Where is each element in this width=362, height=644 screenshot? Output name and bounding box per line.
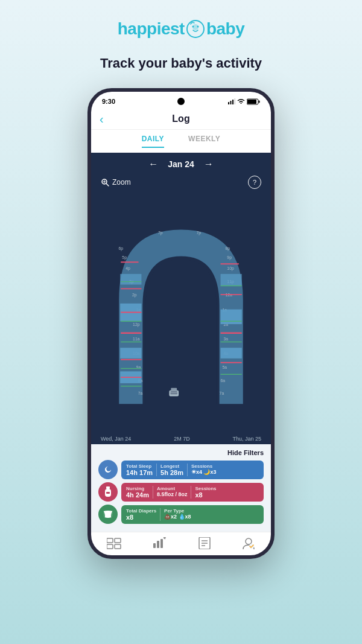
sleep-sessions-cell: Sessions ☀x4 🌙x3 [191, 464, 217, 476]
sleep-total-cell: Total Sleep 14h 17m [126, 464, 153, 476]
diaper-icon [103, 510, 113, 518]
svg-text:4p: 4p [125, 266, 130, 271]
front-camera [177, 98, 185, 105]
svg-rect-78 [153, 543, 156, 548]
nursing-amount-cell: Amount 8.5floz / 8oz [157, 486, 188, 499]
help-button[interactable]: ? [248, 176, 261, 189]
svg-rect-79 [157, 541, 159, 548]
label-center: 2M 7D [174, 436, 190, 442]
label-right: Thu, Jan 25 [232, 436, 261, 442]
svg-rect-47 [221, 274, 242, 286]
sleep-pill[interactable]: Total Sleep 14h 17m Longest 5h 28m Sessi… [121, 461, 264, 479]
diapers-pill[interactable]: Total Diapers x8 Per Type 💩x2 💧x8 [121, 505, 264, 524]
zoom-bar: Zoom ? [91, 176, 271, 191]
svg-point-3 [197, 26, 198, 28]
svg-text:8p: 8p [225, 246, 230, 251]
battery-icon [247, 98, 260, 105]
svg-text:7a: 7a [138, 392, 143, 396]
label-left: Wed, Jan 24 [101, 436, 131, 442]
nursing-total-cell: Nursing 4h 24m [126, 486, 149, 499]
svg-rect-77 [115, 544, 121, 549]
svg-rect-41 [120, 348, 141, 359]
svg-rect-73 [106, 492, 110, 494]
diapers-total-cell: Total Diapers x8 [126, 508, 156, 521]
main-content: ← Jan 24 → Zoom ? [91, 153, 271, 444]
next-date-button[interactable]: → [204, 159, 214, 170]
arch-bottom-labels: Wed, Jan 24 2M 7D Thu, Jan 25 [91, 433, 271, 444]
svg-rect-75 [107, 544, 113, 549]
logo-text-left: happiest [118, 19, 185, 39]
arch-chart: 7a 8a 9a 10a 11a 12p 1p 2p 3p 4p 5p 6p 7… [91, 191, 271, 433]
svg-rect-45 [221, 348, 242, 359]
activity-icon [107, 537, 121, 549]
status-time: 9:30 [102, 98, 115, 105]
chart-icon [152, 537, 167, 549]
svg-rect-71 [106, 486, 110, 489]
svg-text:11a: 11a [133, 337, 140, 341]
nav-profile-button[interactable] [242, 537, 255, 549]
sleep-filter-row: Total Sleep 14h 17m Longest 5h 28m Sessi… [98, 460, 264, 479]
svg-text:7p: 7p [197, 231, 202, 235]
current-date: Jan 24 [168, 159, 194, 169]
svg-rect-6 [232, 100, 233, 104]
svg-text:7a: 7a [220, 392, 224, 396]
status-icons [228, 98, 260, 105]
svg-rect-46 [221, 310, 242, 324]
nav-activity-button[interactable] [107, 537, 121, 549]
sleep-icon-box [98, 460, 118, 479]
help-icon: ? [253, 179, 256, 186]
nav-log-button[interactable] [198, 537, 211, 549]
nav-chart-button[interactable] [152, 537, 167, 549]
nursing-sessions-cell: Sessions x8 [195, 486, 216, 499]
svg-text:10p: 10p [227, 266, 234, 271]
svg-text:9a: 9a [136, 365, 141, 369]
svg-rect-76 [115, 538, 121, 543]
hide-filters-button[interactable]: Hide Filters [98, 449, 264, 456]
svg-text:6a: 6a [221, 378, 226, 383]
arch-svg: 7a 8a 9a 10a 11a 12p 1p 2p 3p 4p 5p 6p 7… [98, 191, 264, 433]
tagline: Track your baby's activity [100, 56, 262, 71]
nursing-icon-box [98, 482, 118, 502]
logo-baby-icon [186, 19, 205, 39]
sleep-longest-cell: Longest 5h 28m [160, 464, 183, 476]
svg-point-2 [192, 26, 194, 28]
nursing-pill[interactable]: Nursing 4h 24m Amount 8.5floz / 8oz Sess… [121, 483, 264, 502]
profile-icon [242, 537, 255, 549]
svg-text:5a: 5a [223, 365, 227, 369]
svg-rect-5 [230, 101, 232, 104]
zoom-icon [101, 178, 109, 187]
filters-section: Hide Filters Total Sleep 14h 17m Longest… [91, 444, 271, 532]
svg-rect-44 [120, 274, 141, 285]
logo-text-right: baby [206, 19, 244, 39]
svg-rect-68 [171, 388, 177, 392]
zoom-label: Zoom [112, 178, 131, 187]
svg-rect-9 [259, 100, 260, 103]
svg-text:9p: 9p [227, 255, 232, 260]
svg-rect-4 [228, 102, 229, 104]
tab-weekly[interactable]: WEEKLY [188, 135, 220, 148]
svg-text:7p: 7p [158, 231, 163, 235]
phone-mockup: 9:30 ‹ Log DAILY [87, 88, 275, 559]
tabs-bar: DAILY WEEKLY [91, 130, 271, 153]
zoom-button[interactable]: Zoom [101, 178, 131, 187]
diapers-type-cell: Per Type 💩x2 💧x8 [164, 508, 191, 521]
svg-rect-80 [160, 539, 163, 548]
sleep-icon [103, 464, 113, 475]
back-button[interactable]: ‹ [100, 112, 104, 126]
svg-rect-10 [247, 100, 256, 104]
svg-text:3a: 3a [223, 337, 228, 341]
nav-title: Log [172, 113, 189, 124]
tab-daily[interactable]: DAILY [142, 135, 164, 148]
date-navigation: ← Jan 24 → [91, 153, 271, 176]
svg-text:2p: 2p [132, 293, 137, 298]
bottle-icon [103, 486, 113, 497]
diaper-icon-box [98, 505, 118, 524]
log-icon [198, 537, 211, 549]
nav-bar: ‹ Log [91, 109, 271, 130]
svg-rect-7 [235, 98, 236, 104]
wifi-icon [237, 98, 245, 104]
svg-text:5p: 5p [122, 255, 127, 260]
svg-line-12 [107, 184, 109, 187]
svg-point-87 [246, 538, 252, 544]
prev-date-button[interactable]: ← [148, 159, 158, 170]
